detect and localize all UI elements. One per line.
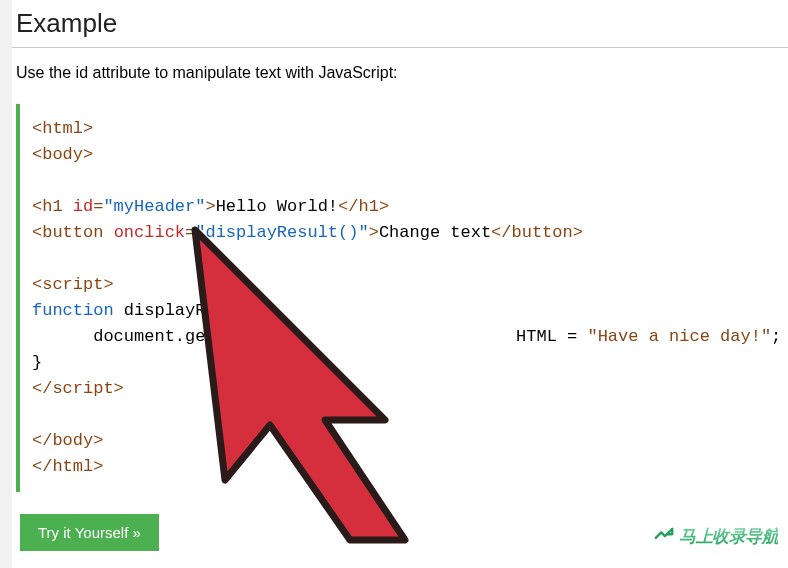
code-brace: } [32, 353, 42, 372]
code-tag: </button> [491, 223, 583, 242]
code-text: Change text [379, 223, 491, 242]
code-text: HTML = [516, 327, 587, 346]
code-text: displayR [114, 301, 206, 320]
code-text: ; [771, 327, 781, 346]
page-title: Example [12, 0, 788, 48]
code-attr-name: id [73, 197, 93, 216]
watermark-text: 马上收录导航 [679, 525, 778, 548]
code-block: <html> <body> <h1 id="myHeader">Hello Wo… [16, 104, 788, 492]
try-it-yourself-button[interactable]: Try it Yourself » [20, 514, 159, 551]
code-tag: <h1 [32, 197, 73, 216]
code-kw: function [32, 301, 114, 320]
page-description: Use the id attribute to manipulate text … [12, 64, 788, 82]
code-attr-value: "myHeader" [103, 197, 205, 216]
code-tag: <script> [32, 275, 114, 294]
code-eq: = [93, 197, 103, 216]
code-indent [32, 327, 93, 346]
code-tag: </h1> [338, 197, 389, 216]
code-tag: <html> [32, 119, 93, 138]
code-tag: > [205, 197, 215, 216]
watermark-icon [653, 526, 675, 548]
code-attr-name: onclick [114, 223, 185, 242]
code-eq: = [185, 223, 195, 242]
code-tag: </body> [32, 431, 103, 450]
code-tag: <body> [32, 145, 93, 164]
code-tag: <button [32, 223, 114, 242]
code-tag: </script> [32, 379, 124, 398]
code-attr-value: "displayResult()" [195, 223, 368, 242]
code-text: Hello World! [216, 197, 338, 216]
code-tag: </html> [32, 457, 103, 476]
watermark: 马上收录导航 [649, 523, 782, 550]
code-tag: > [369, 223, 379, 242]
code-text: document.getEl [93, 327, 236, 346]
code-string: "Have a nice day!" [587, 327, 771, 346]
